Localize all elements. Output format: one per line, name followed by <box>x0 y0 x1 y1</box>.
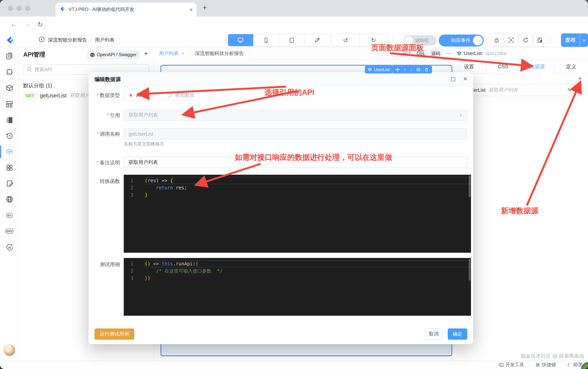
page-tab-label[interactable]: 用户列表 <box>159 50 178 57</box>
mode-source-button[interactable]: 源码 <box>429 50 443 58</box>
add-datasource-button[interactable]: + <box>578 75 582 83</box>
refresh-button[interactable] <box>519 33 533 47</box>
device-tablet-button[interactable] <box>279 34 305 46</box>
ref-select[interactable]: 获取用户列表 ∨ <box>124 110 467 121</box>
rail-ai-icon[interactable]: AI <box>5 243 14 252</box>
rail-layout-icon[interactable] <box>5 99 14 108</box>
more-modes-icon[interactable]: ⋯ <box>445 50 451 56</box>
tab-css[interactable]: CSS <box>486 60 520 73</box>
devtools-item[interactable]: 开发工具 <box>499 362 524 368</box>
tab-definition[interactable]: 定义 <box>554 60 588 73</box>
move-up-icon[interactable]: ↑ <box>404 67 406 72</box>
code-content[interactable]: () => this.runApi({ /* 在这里可输入接口参数 */}) <box>140 258 471 316</box>
radio-mock-label[interactable]: 模拟数据 <box>175 92 195 99</box>
rail-apps-icon[interactable] <box>5 163 14 172</box>
rail-globe-icon[interactable] <box>5 195 14 204</box>
api-group-label[interactable]: 默认分组 (1) <box>23 82 52 89</box>
maximize-icon[interactable] <box>451 77 455 81</box>
rail-i18n-icon[interactable]: En <box>5 211 14 220</box>
delete-trash-icon[interactable] <box>575 87 579 92</box>
publish-label[interactable]: 发布 <box>561 33 580 47</box>
shortcut-item[interactable]: ⌘ 快捷键 <box>536 362 556 368</box>
rail-history-icon[interactable] <box>5 131 14 140</box>
close-icon[interactable]: × <box>463 75 467 83</box>
cancel-button[interactable]: 取消 <box>425 328 443 340</box>
page-tab-label[interactable]: 深流智能科技分析报告 <box>195 50 244 57</box>
radio-api[interactable]: API <box>124 90 148 101</box>
run-test-button[interactable]: 运行测试用例 <box>94 328 134 340</box>
selection-label-badge[interactable]: UserList <box>365 65 392 73</box>
edit-pencil-button[interactable] <box>305 34 330 46</box>
back-circle-icon[interactable] <box>39 36 45 44</box>
shortcut-label[interactable]: 快捷键 <box>542 362 556 368</box>
dialog-header: 编辑数据源 × <box>88 72 473 87</box>
scrollbar-thumb[interactable] <box>469 259 471 281</box>
edit-datasource-dialog: 编辑数据源 × *数据类型 API 模拟数据 *引用 获取用户列表 ∨ *调用名… <box>88 72 473 344</box>
device-phone-button[interactable] <box>254 34 279 46</box>
move-down-icon[interactable]: ↓ <box>410 67 412 72</box>
tab-settings[interactable]: 设置 <box>452 60 486 73</box>
delete-icon[interactable] <box>424 67 429 72</box>
radio-unselected-icon <box>167 92 173 98</box>
window-minimize-button[interactable] <box>17 6 22 11</box>
api-name[interactable]: getUserList <box>40 92 67 99</box>
page-tab[interactable]: 深流智能科技分析报告 <box>190 47 249 60</box>
rail-blocks-icon[interactable] <box>5 83 14 92</box>
device-desktop-button[interactable] <box>228 34 254 46</box>
type-field-label: *数据类型 <box>88 92 120 99</box>
tab-close-icon[interactable]: × <box>181 51 184 56</box>
forward-icon[interactable]: → <box>24 20 30 28</box>
user-avatar[interactable] <box>3 344 15 356</box>
radio-selected-icon <box>128 92 134 98</box>
radio-api-label[interactable]: API <box>136 92 144 98</box>
publish-button[interactable]: 发布 ∨ <box>561 33 588 47</box>
rail-api-icon[interactable]: API <box>5 147 14 156</box>
undo-button[interactable]: ↺ <box>332 34 360 46</box>
preview-button[interactable] <box>504 33 518 47</box>
rail-env-icon[interactable]: ENV <box>5 226 14 236</box>
code-content[interactable]: (res) => { return res;} <box>140 175 471 253</box>
window-close-button[interactable] <box>8 6 13 11</box>
response-events-toggle[interactable]: 响应事件 <box>439 34 484 46</box>
radio-mock[interactable]: 模拟数据 <box>163 90 199 101</box>
page-tab-active[interactable]: 用户列表 × <box>154 47 190 60</box>
new-tab-button[interactable]: + <box>202 3 207 12</box>
rail-form-icon[interactable] <box>5 179 14 188</box>
breadcrumb-page[interactable]: 用户列表 <box>95 37 114 43</box>
back-icon[interactable]: ← <box>10 20 17 28</box>
side-rail: API En ENV AI <box>0 47 19 361</box>
tab-datasource[interactable]: 数据源 <box>520 60 554 73</box>
move-icon[interactable] <box>396 67 400 72</box>
add-api-button[interactable]: + <box>144 50 148 58</box>
rail-components-icon[interactable] <box>5 67 14 76</box>
dark-mode-item[interactable]: ☾ 暗黑 <box>567 362 583 368</box>
test-code-editor[interactable]: 123 () => this.runApi({ /* 在这里可输入接口参数 */… <box>124 258 471 316</box>
svg-text:{;}: {;} <box>91 53 94 56</box>
moon-icon: ☾ <box>567 362 572 368</box>
rail-outline-icon[interactable] <box>5 115 14 124</box>
openapi-import-button[interactable]: {;} OpenAPI / Swagger <box>87 50 139 59</box>
page-settings-button[interactable] <box>533 33 547 47</box>
rail-pages-icon[interactable] <box>5 51 14 60</box>
ok-button[interactable]: 确定 <box>448 328 467 340</box>
reload-icon[interactable]: ↻ <box>38 20 43 28</box>
lock-button[interactable] <box>489 33 504 47</box>
scrollbar-thumb[interactable] <box>469 175 471 197</box>
openapi-import-label[interactable]: OpenAPI / Swagger <box>97 52 137 57</box>
breadcrumb-project[interactable]: 深流智能分析报告 <box>48 37 87 43</box>
browser-tab[interactable]: VTJ.PRO - AI驱动的低代码开发 × <box>55 2 196 16</box>
edit-pencil-icon[interactable]: ✎ <box>567 87 571 93</box>
name-input[interactable]: getUserList <box>124 128 467 140</box>
window-zoom-button[interactable] <box>25 6 30 11</box>
tab-close-icon[interactable]: × <box>189 6 193 13</box>
line-numbers: 123 <box>124 175 140 253</box>
selection-label[interactable]: UserList <box>374 67 390 72</box>
devtools-label[interactable]: 开发工具 <box>505 362 524 368</box>
duplicate-icon[interactable] <box>416 67 420 72</box>
datasource-row[interactable]: getUserList 获取用户列表 ✎ <box>457 84 584 96</box>
transform-code-editor[interactable]: 123 (res) => { return res;} <box>124 175 471 253</box>
publish-chevron-icon[interactable]: ∨ <box>580 33 588 47</box>
breadcrumb[interactable]: 深流智能分析报告 | 用户列表 <box>33 35 120 45</box>
ref-select-value: 获取用户列表 <box>129 112 158 119</box>
search-icon <box>27 67 32 72</box>
